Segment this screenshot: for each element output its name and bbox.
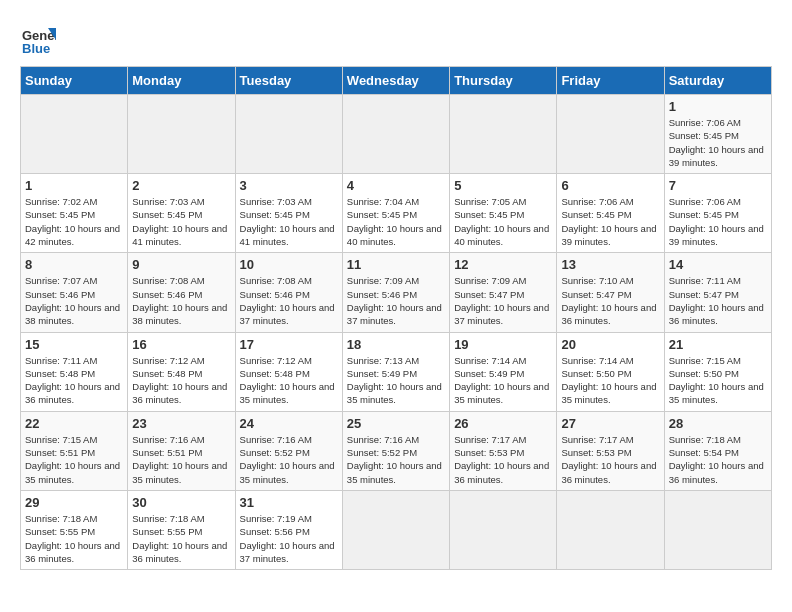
calendar-cell: 14 Sunrise: 7:11 AMSunset: 5:47 PMDaylig… [664, 253, 771, 332]
calendar-cell: 6 Sunrise: 7:06 AMSunset: 5:45 PMDayligh… [557, 174, 664, 253]
calendar-cell: 27 Sunrise: 7:17 AMSunset: 5:53 PMDaylig… [557, 411, 664, 490]
day-header-saturday: Saturday [664, 67, 771, 95]
day-number: 10 [240, 257, 338, 272]
calendar-cell: 22 Sunrise: 7:15 AMSunset: 5:51 PMDaylig… [21, 411, 128, 490]
day-number: 30 [132, 495, 230, 510]
day-number: 12 [454, 257, 552, 272]
page-header: General Blue [20, 20, 772, 56]
calendar-week-1: 1 Sunrise: 7:06 AMSunset: 5:45 PMDayligh… [21, 95, 772, 174]
day-info: Sunrise: 7:17 AMSunset: 5:53 PMDaylight:… [561, 433, 659, 486]
calendar-cell [557, 490, 664, 569]
calendar-cell: 21 Sunrise: 7:15 AMSunset: 5:50 PMDaylig… [664, 332, 771, 411]
day-number: 31 [240, 495, 338, 510]
calendar-week-2: 1 Sunrise: 7:02 AMSunset: 5:45 PMDayligh… [21, 174, 772, 253]
calendar-cell: 17 Sunrise: 7:12 AMSunset: 5:48 PMDaylig… [235, 332, 342, 411]
day-info: Sunrise: 7:18 AMSunset: 5:54 PMDaylight:… [669, 433, 767, 486]
day-info: Sunrise: 7:14 AMSunset: 5:50 PMDaylight:… [561, 354, 659, 407]
calendar-cell: 12 Sunrise: 7:09 AMSunset: 5:47 PMDaylig… [450, 253, 557, 332]
calendar-cell: 5 Sunrise: 7:05 AMSunset: 5:45 PMDayligh… [450, 174, 557, 253]
day-number: 2 [132, 178, 230, 193]
day-info: Sunrise: 7:15 AMSunset: 5:50 PMDaylight:… [669, 354, 767, 407]
day-info: Sunrise: 7:03 AMSunset: 5:45 PMDaylight:… [132, 195, 230, 248]
day-header-wednesday: Wednesday [342, 67, 449, 95]
calendar-cell: 8 Sunrise: 7:07 AMSunset: 5:46 PMDayligh… [21, 253, 128, 332]
logo-icon: General Blue [20, 20, 56, 56]
day-number: 11 [347, 257, 445, 272]
day-info: Sunrise: 7:08 AMSunset: 5:46 PMDaylight:… [132, 274, 230, 327]
calendar-cell: 2 Sunrise: 7:03 AMSunset: 5:45 PMDayligh… [128, 174, 235, 253]
calendar-cell: 28 Sunrise: 7:18 AMSunset: 5:54 PMDaylig… [664, 411, 771, 490]
day-number: 24 [240, 416, 338, 431]
calendar-cell [342, 490, 449, 569]
calendar-cell: 9 Sunrise: 7:08 AMSunset: 5:46 PMDayligh… [128, 253, 235, 332]
day-info: Sunrise: 7:12 AMSunset: 5:48 PMDaylight:… [132, 354, 230, 407]
day-number: 14 [669, 257, 767, 272]
day-number: 17 [240, 337, 338, 352]
calendar-cell: 24 Sunrise: 7:16 AMSunset: 5:52 PMDaylig… [235, 411, 342, 490]
calendar-cell: 10 Sunrise: 7:08 AMSunset: 5:46 PMDaylig… [235, 253, 342, 332]
calendar-cell: 13 Sunrise: 7:10 AMSunset: 5:47 PMDaylig… [557, 253, 664, 332]
svg-text:Blue: Blue [22, 41, 50, 56]
calendar-cell: 18 Sunrise: 7:13 AMSunset: 5:49 PMDaylig… [342, 332, 449, 411]
day-number: 27 [561, 416, 659, 431]
day-info: Sunrise: 7:17 AMSunset: 5:53 PMDaylight:… [454, 433, 552, 486]
calendar-cell: 19 Sunrise: 7:14 AMSunset: 5:49 PMDaylig… [450, 332, 557, 411]
day-number: 19 [454, 337, 552, 352]
calendar-week-3: 8 Sunrise: 7:07 AMSunset: 5:46 PMDayligh… [21, 253, 772, 332]
calendar-cell: 30 Sunrise: 7:18 AMSunset: 5:55 PMDaylig… [128, 490, 235, 569]
day-info: Sunrise: 7:16 AMSunset: 5:51 PMDaylight:… [132, 433, 230, 486]
day-info: Sunrise: 7:07 AMSunset: 5:46 PMDaylight:… [25, 274, 123, 327]
calendar-body: 1 Sunrise: 7:06 AMSunset: 5:45 PMDayligh… [21, 95, 772, 570]
calendar-week-4: 15 Sunrise: 7:11 AMSunset: 5:48 PMDaylig… [21, 332, 772, 411]
day-number: 25 [347, 416, 445, 431]
day-info: Sunrise: 7:16 AMSunset: 5:52 PMDaylight:… [347, 433, 445, 486]
day-number: 8 [25, 257, 123, 272]
day-info: Sunrise: 7:11 AMSunset: 5:47 PMDaylight:… [669, 274, 767, 327]
calendar-cell: 3 Sunrise: 7:03 AMSunset: 5:45 PMDayligh… [235, 174, 342, 253]
day-info: Sunrise: 7:19 AMSunset: 5:56 PMDaylight:… [240, 512, 338, 565]
day-number: 6 [561, 178, 659, 193]
calendar-cell [450, 490, 557, 569]
calendar-cell: 1 Sunrise: 7:06 AMSunset: 5:45 PMDayligh… [664, 95, 771, 174]
day-header-thursday: Thursday [450, 67, 557, 95]
day-number: 28 [669, 416, 767, 431]
calendar-table: SundayMondayTuesdayWednesdayThursdayFrid… [20, 66, 772, 570]
calendar-cell: 1 Sunrise: 7:02 AMSunset: 5:45 PMDayligh… [21, 174, 128, 253]
day-number: 3 [240, 178, 338, 193]
day-info: Sunrise: 7:13 AMSunset: 5:49 PMDaylight:… [347, 354, 445, 407]
day-info: Sunrise: 7:06 AMSunset: 5:45 PMDaylight:… [561, 195, 659, 248]
calendar-cell: 4 Sunrise: 7:04 AMSunset: 5:45 PMDayligh… [342, 174, 449, 253]
calendar-cell [450, 95, 557, 174]
day-number: 16 [132, 337, 230, 352]
calendar-cell [664, 490, 771, 569]
day-info: Sunrise: 7:10 AMSunset: 5:47 PMDaylight:… [561, 274, 659, 327]
calendar-cell: 26 Sunrise: 7:17 AMSunset: 5:53 PMDaylig… [450, 411, 557, 490]
day-number: 9 [132, 257, 230, 272]
day-info: Sunrise: 7:09 AMSunset: 5:46 PMDaylight:… [347, 274, 445, 327]
day-number: 18 [347, 337, 445, 352]
day-info: Sunrise: 7:03 AMSunset: 5:45 PMDaylight:… [240, 195, 338, 248]
day-number: 21 [669, 337, 767, 352]
day-header-monday: Monday [128, 67, 235, 95]
day-number: 20 [561, 337, 659, 352]
day-number: 5 [454, 178, 552, 193]
day-number: 22 [25, 416, 123, 431]
calendar-cell [342, 95, 449, 174]
day-info: Sunrise: 7:16 AMSunset: 5:52 PMDaylight:… [240, 433, 338, 486]
calendar-week-6: 29 Sunrise: 7:18 AMSunset: 5:55 PMDaylig… [21, 490, 772, 569]
day-number: 23 [132, 416, 230, 431]
day-header-tuesday: Tuesday [235, 67, 342, 95]
calendar-cell: 16 Sunrise: 7:12 AMSunset: 5:48 PMDaylig… [128, 332, 235, 411]
calendar-cell: 7 Sunrise: 7:06 AMSunset: 5:45 PMDayligh… [664, 174, 771, 253]
day-info: Sunrise: 7:09 AMSunset: 5:47 PMDaylight:… [454, 274, 552, 327]
day-info: Sunrise: 7:06 AMSunset: 5:45 PMDaylight:… [669, 116, 767, 169]
day-info: Sunrise: 7:11 AMSunset: 5:48 PMDaylight:… [25, 354, 123, 407]
calendar-cell: 11 Sunrise: 7:09 AMSunset: 5:46 PMDaylig… [342, 253, 449, 332]
calendar-cell [21, 95, 128, 174]
calendar-cell [557, 95, 664, 174]
day-info: Sunrise: 7:08 AMSunset: 5:46 PMDaylight:… [240, 274, 338, 327]
day-info: Sunrise: 7:04 AMSunset: 5:45 PMDaylight:… [347, 195, 445, 248]
day-header-sunday: Sunday [21, 67, 128, 95]
calendar-cell: 15 Sunrise: 7:11 AMSunset: 5:48 PMDaylig… [21, 332, 128, 411]
calendar-cell: 20 Sunrise: 7:14 AMSunset: 5:50 PMDaylig… [557, 332, 664, 411]
